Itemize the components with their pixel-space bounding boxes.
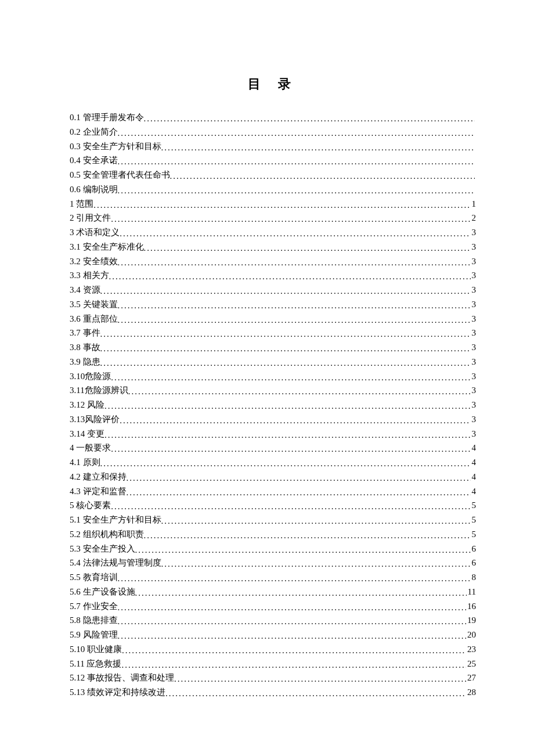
toc-dots [170, 169, 475, 182]
toc-entry: 5.8 隐患排查19 [70, 613, 476, 628]
toc-dots [144, 241, 471, 254]
toc-entry-label: 3.5 关键装置 [70, 297, 118, 312]
toc-entry: 5.11 应急救援25 [70, 657, 476, 671]
toc-entry-label: 4.1 原则 [70, 455, 100, 470]
toc-entry: 3.3 相关方 3 [70, 268, 476, 283]
toc-entry-label: 5.8 隐患排查 [70, 613, 118, 628]
toc-dots [118, 313, 471, 326]
toc-entry-page: 19 [466, 613, 476, 628]
toc-entry-page: 3 [471, 326, 477, 340]
toc-entry-page: 3 [471, 283, 477, 297]
toc-entry: 3.1 安全生产标准化 3 [70, 240, 476, 254]
toc-entry: 5.6 生产设备设施11 [70, 585, 476, 599]
toc-title: 目 录 [70, 75, 476, 93]
toc-dots [127, 471, 471, 484]
toc-entry: 3.4 资源 3 [70, 283, 476, 297]
toc-dots [165, 686, 466, 700]
toc-dots [100, 356, 471, 369]
toc-entry-page: 5 [471, 527, 477, 542]
toc-entry-label: 3.13风险评价 [70, 412, 120, 427]
toc-dots [111, 442, 470, 455]
toc-entry: 0.6 编制说明 [70, 182, 476, 197]
toc-entry-label: 3.7 事件 [70, 326, 100, 340]
toc-entry-label: 5.7 作业安全 [70, 599, 118, 614]
toc-list: 0.1 管理手册发布令0.2 企业简介0.3 安全生产方针和目标0.4 安全承诺… [70, 110, 476, 700]
toc-dots [118, 154, 475, 168]
toc-entry: 4 一般要求 4 [70, 441, 476, 455]
toc-entry: 0.1 管理手册发布令 [70, 110, 476, 125]
toc-entry: 1 范围 1 [70, 197, 476, 211]
toc-dots [144, 528, 471, 542]
toc-entry-page: 28 [466, 685, 476, 700]
toc-entry: 3.10危险源 3 [70, 369, 476, 384]
toc-dots [121, 658, 466, 671]
toc-entry-label: 0.6 编制说明 [70, 182, 118, 197]
toc-dots [104, 399, 471, 412]
toc-entry-page: 16 [466, 599, 476, 614]
toc-entry-label: 5.1 安全生产方针和目标 [70, 513, 161, 527]
toc-entry-label: 2 引用文件 [70, 211, 111, 225]
toc-entry-page: 4 [471, 441, 477, 455]
toc-dots [118, 600, 467, 614]
toc-entry-page: 5 [471, 498, 477, 513]
toc-dots [118, 629, 467, 642]
toc-entry-label: 5.6 生产设备设施 [70, 585, 135, 599]
toc-entry-page: 3 [471, 398, 477, 412]
toc-entry: 5.13 绩效评定和持续改进28 [70, 685, 476, 700]
toc-entry-page: 27 [466, 671, 476, 685]
toc-entry-label: 5.4 法律法规与管理制度 [70, 556, 161, 570]
toc-entry-label: 0.1 管理手册发布令 [70, 110, 144, 125]
toc-entry-label: 1 范围 [70, 197, 93, 211]
toc-entry: 0.4 安全承诺 [70, 153, 476, 168]
toc-entry-label: 5.11 应急救援 [70, 657, 121, 671]
toc-entry: 3.5 关键装置 3 [70, 297, 476, 312]
toc-dots [100, 341, 471, 355]
toc-entry-label: 3.12 风险 [70, 398, 104, 412]
toc-entry-page: 3 [471, 383, 477, 398]
toc-entry-page: 4 [471, 484, 477, 499]
toc-entry: 4.1 原则 4 [70, 455, 476, 470]
toc-entry: 5.7 作业安全16 [70, 599, 476, 614]
toc-dots [161, 141, 475, 154]
toc-dots [100, 327, 471, 340]
toc-entry: 0.3 安全生产方针和目标 [70, 139, 476, 154]
toc-entry-label: 4.2 建立和保持 [70, 470, 127, 484]
toc-entry: 3.12 风险 3 [70, 398, 476, 412]
toc-dots [135, 586, 467, 599]
toc-entry-label: 4 一般要求 [70, 441, 111, 455]
toc-entry: 3.7 事件 3 [70, 326, 476, 340]
toc-entry-label: 4.3 评定和监督 [70, 484, 127, 499]
toc-entry-label: 0.5 安全管理者代表任命书 [70, 168, 170, 182]
toc-dots [120, 413, 470, 427]
toc-dots [118, 126, 475, 139]
toc-entry-label: 3.10危险源 [70, 369, 111, 384]
toc-entry: 3.2 安全绩效 3 [70, 254, 476, 269]
toc-entry-page: 3 [471, 340, 477, 355]
toc-dots [111, 212, 470, 225]
toc-dots [93, 198, 470, 211]
toc-entry: 5 核心要素 5 [70, 498, 476, 513]
toc-entry-label: 0.3 安全生产方针和目标 [70, 139, 161, 154]
toc-entry: 3 术语和定义 3 [70, 225, 476, 240]
toc-entry-label: 5.12 事故报告、调查和处理 [70, 671, 174, 685]
toc-entry-label: 3.6 重点部位 [70, 312, 118, 326]
toc-entry-page: 6 [471, 556, 477, 570]
toc-dots [118, 255, 471, 269]
toc-entry-label: 5.3 安全生产投入 [70, 542, 135, 556]
toc-entry-label: 3.3 相关方 [70, 268, 109, 283]
document-page: 目 录 0.1 管理手册发布令0.2 企业简介0.3 安全生产方针和目标0.4 … [0, 0, 534, 756]
toc-entry: 0.5 安全管理者代表任命书 [70, 168, 476, 182]
toc-entry-label: 3.4 资源 [70, 283, 100, 297]
toc-entry: 5.12 事故报告、调查和处理27 [70, 671, 476, 685]
toc-dots [118, 614, 467, 628]
toc-entry-label: 0.4 安全承诺 [70, 153, 118, 168]
toc-dots [127, 485, 471, 499]
toc-entry: 3.8 事故 3 [70, 340, 476, 355]
toc-entry-label: 5.2 组织机构和职责 [70, 527, 144, 542]
toc-entry-label: 3.14 变更 [70, 427, 104, 441]
toc-dots [174, 672, 466, 685]
toc-entry-page: 3 [471, 369, 477, 384]
toc-entry-page: 3 [471, 412, 477, 427]
toc-entry-page: 2 [471, 211, 477, 225]
toc-dots [120, 226, 470, 240]
